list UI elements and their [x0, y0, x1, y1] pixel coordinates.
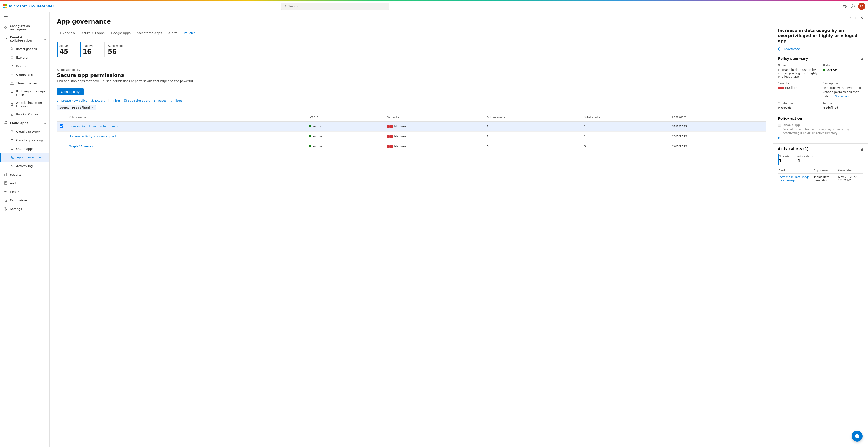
- tab-salesforce-apps[interactable]: Salesforce apps: [134, 29, 165, 37]
- stat-active-label: Active: [59, 44, 68, 47]
- save-query-toolbar[interactable]: Save the query: [124, 99, 150, 102]
- svg-rect-7: [4, 15, 8, 15]
- row1-status-dot: [309, 125, 311, 127]
- row2-menu[interactable]: ⋮: [299, 131, 306, 141]
- panel-nav-down[interactable]: ↓: [854, 15, 857, 21]
- sidebar-item-cloud-discovery[interactable]: Cloud discovery: [0, 127, 50, 136]
- panel-sev-block-1: [778, 87, 780, 89]
- sidebar-section-cloud-apps[interactable]: Cloud apps ▲: [0, 119, 50, 127]
- table-row[interactable]: Graph API errors ⋮ Active Medium: [57, 141, 766, 151]
- row1-checkbox[interactable]: [57, 121, 66, 131]
- sidebar-item-threat-tracker[interactable]: Threat tracker: [0, 79, 50, 88]
- sidebar-item-policies-rules[interactable]: Policies & rules: [0, 110, 50, 119]
- row2-active-alerts: 1: [484, 131, 581, 141]
- deactivate-button[interactable]: Deactivate: [773, 45, 868, 53]
- sidebar-item-settings[interactable]: Settings: [0, 204, 50, 213]
- tab-overview[interactable]: Overview: [57, 29, 78, 37]
- sidebar-item-health[interactable]: Health: [0, 187, 50, 196]
- sev-block-5: [387, 145, 390, 148]
- alert-row-app-name: Teams data generator: [813, 173, 837, 184]
- svg-rect-12: [4, 28, 5, 29]
- col-severity[interactable]: Severity: [384, 113, 484, 121]
- row3-policy-name[interactable]: Graph API errors: [66, 141, 299, 151]
- sidebar-toggle[interactable]: [0, 12, 50, 22]
- sev-block-4: [390, 135, 393, 138]
- row2-checkbox[interactable]: [57, 131, 66, 141]
- alert-row[interactable]: Increase in data usage by an overp... Te…: [778, 173, 864, 184]
- filter-label: Filter: [113, 99, 120, 102]
- sidebar-item-oauth-apps[interactable]: OAuth apps: [0, 145, 50, 153]
- panel-nav-up[interactable]: ↑: [848, 15, 852, 21]
- panel-grid: Name Increase in data usage by an overpr…: [778, 64, 864, 109]
- sidebar-item-attack-simulation[interactable]: Attack simulation training: [0, 99, 50, 110]
- main-area: App governance Overview Azure AD apps Go…: [50, 12, 773, 447]
- toolbar-sep1: |: [108, 99, 109, 102]
- search-bar[interactable]: [281, 3, 390, 10]
- panel-name-value: Increase in data usage by an overprivile…: [778, 68, 819, 78]
- sidebar-label-threat-tracker: Threat tracker: [16, 82, 37, 85]
- filter-toolbar[interactable]: Filter: [113, 99, 120, 102]
- edit-link[interactable]: Edit: [778, 137, 864, 140]
- svg-rect-13: [6, 28, 7, 29]
- search-input[interactable]: [288, 4, 387, 8]
- create-new-policy-toolbar[interactable]: Create new policy: [57, 99, 88, 102]
- panel-close[interactable]: ✕: [859, 14, 864, 21]
- alerts-section-toggle[interactable]: ▲: [861, 147, 864, 151]
- row2-policy-name[interactable]: Unusual activity from an app wit...: [66, 131, 299, 141]
- svg-rect-10: [4, 26, 5, 27]
- tab-azure-ad[interactable]: Azure AD apps: [78, 29, 108, 37]
- sidebar-item-activity-log[interactable]: Activity log: [0, 162, 50, 170]
- svg-rect-1: [5, 4, 7, 6]
- col-total-alerts[interactable]: Total alerts: [581, 113, 669, 121]
- stat-inactive-value: 16: [83, 48, 94, 55]
- col-last-alert[interactable]: Last alert ⓘ: [669, 113, 766, 121]
- sidebar-item-campaigns[interactable]: Campaigns: [0, 70, 50, 79]
- settings-icon[interactable]: [843, 4, 847, 8]
- stats-row: Active 45 Inactive 16 Audit mode 56: [57, 42, 766, 57]
- row1-menu[interactable]: ⋮: [299, 121, 306, 131]
- sidebar-item-cloud-app-catalog[interactable]: Cloud app catalog: [0, 136, 50, 145]
- tab-alerts[interactable]: Alerts: [165, 29, 181, 37]
- col-status[interactable]: Status ⓘ: [306, 113, 384, 121]
- sidebar-item-reports[interactable]: Reports: [0, 170, 50, 179]
- table-row[interactable]: Unusual activity from an app wit... ⋮ Ac…: [57, 131, 766, 141]
- col-active-alerts[interactable]: Active alerts: [484, 113, 581, 121]
- filter-tag-close[interactable]: ✕: [91, 106, 94, 109]
- investigations-icon: [10, 47, 14, 51]
- disable-app-checkbox[interactable]: [778, 124, 781, 127]
- sidebar-item-permissions[interactable]: Permissions: [0, 196, 50, 204]
- help-icon[interactable]: [850, 4, 855, 8]
- table-row[interactable]: Increase in data usage by an ove... ⋮ Ac…: [57, 121, 766, 131]
- filters-toolbar[interactable]: Filters: [170, 99, 183, 102]
- col-policy-name[interactable]: Policy name: [66, 113, 299, 121]
- reset-toolbar[interactable]: Reset: [154, 99, 166, 102]
- sidebar-label-campaigns: Campaigns: [16, 73, 33, 76]
- oauth-icon: [10, 147, 14, 151]
- policy-summary-header: Policy summary ▲: [778, 57, 864, 61]
- row3-menu[interactable]: ⋮: [299, 141, 306, 151]
- export-toolbar[interactable]: Export: [91, 99, 105, 102]
- sidebar-item-review[interactable]: Review: [0, 62, 50, 70]
- sidebar-item-explorer[interactable]: Explorer: [0, 53, 50, 62]
- alert-row-alert: Increase in data usage by an overp...: [778, 173, 813, 184]
- row1-policy-name[interactable]: Increase in data usage by an ove...: [66, 121, 299, 131]
- sidebar-item-audit[interactable]: Audit: [0, 179, 50, 187]
- tab-google-apps[interactable]: Google apps: [108, 29, 134, 37]
- sidebar-section-email-collab[interactable]: Email & collaboration ▲: [0, 33, 50, 44]
- sidebar-item-config-management[interactable]: Configuration management: [0, 22, 50, 33]
- alert-row-generated: May 26, 2022 12:52 AM: [837, 173, 864, 184]
- sidebar-label-health: Health: [10, 190, 20, 193]
- row2-status-dot: [309, 135, 311, 137]
- sidebar-item-investigations[interactable]: Investigations: [0, 44, 50, 53]
- avatar[interactable]: RS: [858, 3, 865, 10]
- policy-summary-toggle[interactable]: ▲: [861, 57, 864, 61]
- svg-rect-27: [5, 200, 6, 201]
- tab-policies[interactable]: Policies: [181, 29, 199, 37]
- row3-checkbox[interactable]: [57, 141, 66, 151]
- sidebar-label-config-management: Configuration management: [10, 24, 46, 31]
- sidebar-item-exchange-message[interactable]: Exchange message trace: [0, 88, 50, 99]
- sidebar-item-app-governance[interactable]: App governance: [0, 153, 50, 162]
- chat-bubble[interactable]: [852, 431, 863, 442]
- create-policy-button[interactable]: Create policy: [57, 88, 84, 95]
- panel-show-more[interactable]: Show more: [835, 94, 851, 98]
